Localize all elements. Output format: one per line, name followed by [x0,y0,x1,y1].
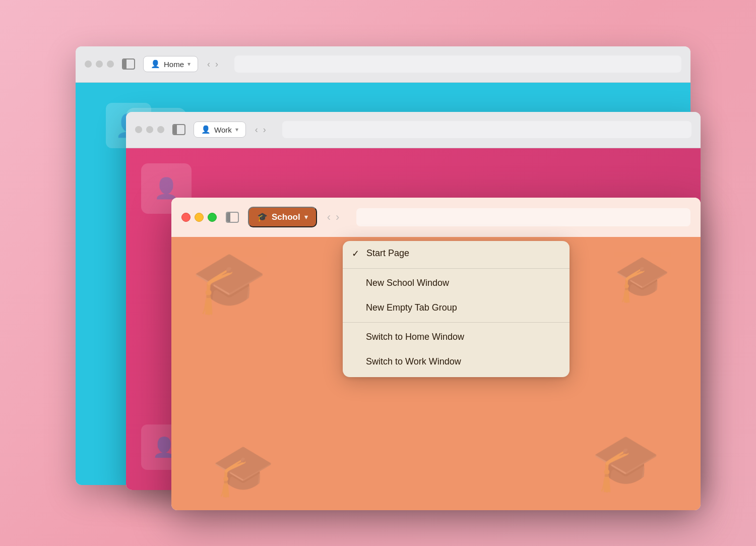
home-sidebar-toggle-icon[interactable] [122,58,135,70]
school-profile-button[interactable]: 🎓 School ▾ [248,207,317,227]
school-grad-cap-bg-4: 🎓 [591,430,660,495]
dropdown-divider-2 [343,322,570,323]
work-tl-gray-2 [146,126,153,133]
home-forward-arrow[interactable]: › [215,59,218,70]
work-traffic-lights [135,126,164,133]
home-titlebar: 👤 Home ▾ ‹ › [76,46,690,83]
school-address-bar[interactable] [356,208,690,226]
school-back-arrow[interactable]: ‹ [327,211,331,224]
work-sidebar-toggle-icon[interactable] [172,124,185,135]
work-nav-arrows: ‹ › [255,125,266,135]
work-person-icon: 👤 [201,125,211,134]
dropdown-item-start-page[interactable]: Start Page [343,241,570,266]
home-nav-arrows: ‹ › [207,59,218,70]
dropdown-new-empty-tab-group-label: New Empty Tab Group [366,302,457,313]
home-profile-label: Home [164,60,184,69]
dropdown-switch-home-label: Switch to Home Window [366,332,464,342]
work-forward-arrow[interactable]: › [263,125,266,135]
dropdown-switch-work-label: Switch to Work Window [366,356,461,367]
home-profile-button[interactable]: 👤 Home ▾ [143,56,198,72]
home-tl-gray-3 [107,60,114,68]
home-tl-gray-1 [85,60,92,68]
dropdown-new-school-window-label: New School Window [366,278,449,288]
school-grad-cap-bg-1: 🎓 [192,247,267,318]
work-titlebar: 👤 Work ▾ ‹ › [126,112,701,148]
school-dropdown-menu: Start Page New School Window New Empty T… [343,241,570,377]
work-back-arrow[interactable]: ‹ [255,125,258,135]
school-sidebar-toggle-icon[interactable] [226,212,239,223]
school-tl-yellow[interactable] [195,213,204,222]
home-chevron-icon: ▾ [187,60,191,68]
home-back-arrow[interactable]: ‹ [207,59,210,70]
work-address-bar[interactable] [282,121,691,138]
home-tl-gray-2 [96,60,103,68]
home-address-bar[interactable] [234,55,681,73]
work-profile-label: Work [214,126,232,134]
school-grad-cap-bg-2: 🎓 [212,441,275,500]
dropdown-item-switch-work[interactable]: Switch to Work Window [343,349,570,374]
school-tl-red[interactable] [181,213,191,222]
dropdown-start-page-label: Start Page [366,248,409,259]
scene: 👤 Home ▾ ‹ › 👤 � [55,31,701,515]
school-grad-cap-bg-3: 🎓 [614,252,670,305]
home-traffic-lights [85,60,114,68]
home-person-icon: 👤 [151,59,160,69]
school-tl-green[interactable] [208,213,217,222]
work-chevron-icon: ▾ [235,126,238,133]
dropdown-divider-1 [343,268,570,269]
school-chevron-icon: ▾ [304,213,308,221]
dropdown-item-new-school-window[interactable]: New School Window [343,271,570,295]
school-nav-arrows: ‹ › [327,211,340,224]
school-forward-arrow[interactable]: › [336,211,339,224]
dropdown-item-new-empty-tab-group[interactable]: New Empty Tab Group [343,295,570,320]
dropdown-item-switch-home[interactable]: Switch to Home Window [343,325,570,349]
work-tl-gray-3 [157,126,164,133]
window-school: 🎓 School ▾ ‹ › 🎓 🎓 🎓 🎓 Start Page [171,198,701,510]
school-grad-icon: 🎓 [257,212,268,222]
work-ghost-icon-1: 👤 [154,176,179,200]
school-profile-label: School [272,212,300,222]
work-tl-gray-1 [135,126,142,133]
work-profile-button[interactable]: 👤 Work ▾ [194,122,246,138]
school-traffic-lights [181,213,217,222]
school-titlebar: 🎓 School ▾ ‹ › [171,198,701,237]
